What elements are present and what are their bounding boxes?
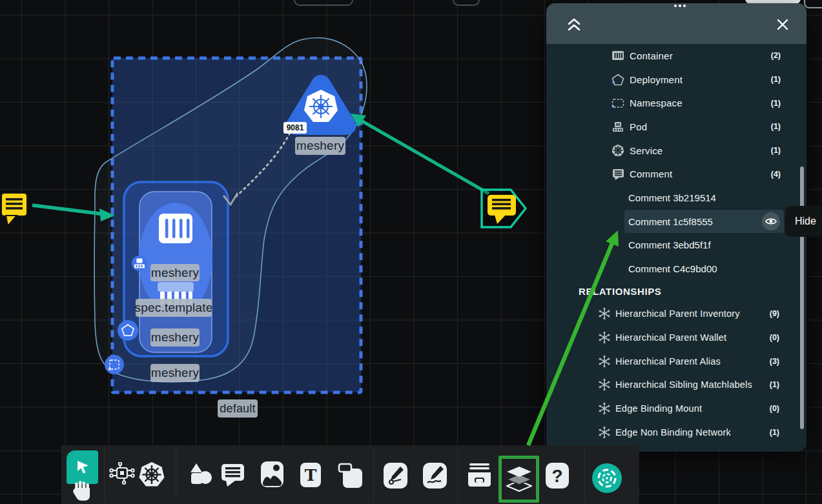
kind-label: Service [630,145,663,156]
circuit-icon [108,462,136,487]
kind-row-service[interactable]: Service (1) [546,139,807,163]
pod-label: meshery [150,328,200,347]
shapes-tool[interactable] [187,462,214,488]
comment-node-left[interactable] [1,193,27,226]
relationship-label: Hierarchical Parent Alias [615,356,721,367]
kind-count: (1) [771,75,781,84]
comment-node-right[interactable] [482,190,526,227]
drawer-tool[interactable] [467,463,492,487]
namespace-badge-icon [105,355,124,374]
relationship-row[interactable]: Hierarchical Sibling Matchlabels (1) [546,373,807,397]
image-tool[interactable] [260,461,284,488]
text-icon: T [300,462,322,488]
panel-drag-handle[interactable] [674,3,688,8]
meshery-logo-button[interactable] [592,463,622,493]
layers-tool-active[interactable] [498,456,539,503]
service-label: meshery [295,137,345,155]
comment-item[interactable]: Comment 3ebd5f1f [546,234,807,257]
relationship-icon [598,402,611,415]
comment-item-highlighted[interactable]: Comment 1c5f8555 [546,210,807,234]
relationships-header: RELATIONSHIPS [579,281,807,302]
text-tool[interactable]: T [300,462,322,488]
relationship-count: (3) [770,357,779,366]
namespace-label: default [218,399,258,418]
close-icon[interactable] [777,19,788,30]
relationship-label: Hierarchical Sibling Matchlabels [615,379,752,390]
comment-item-label: Comment 3ebd5f1f [628,239,711,250]
kind-count: (1) [771,99,781,108]
pan-tool-button[interactable] [72,480,94,501]
hide-tooltip-label: Hide [795,216,816,227]
question-icon: ? [545,462,570,489]
visibility-toggle[interactable] [762,212,780,230]
container-icon [611,50,625,61]
relationship-count: (0) [770,404,779,413]
kind-row-container[interactable]: Container (2) [546,44,807,68]
namespace-icon [611,97,625,109]
deployment-label: meshery [150,364,200,382]
eye-icon [765,217,777,225]
pencil-icon [422,462,447,489]
relationship-icon [598,355,611,368]
elements-panel-header [546,3,807,44]
meshery-design-canvas[interactable]: 9081 meshery meshery spec.template meshe… [0,0,822,504]
pod-badge-icon [132,256,147,271]
relationship-row[interactable]: Edge Non Binding Network (1) [546,420,807,444]
shapes-icon [187,462,214,488]
relationship-row[interactable]: Hierarchical Parent Alias (3) [546,349,807,373]
kind-label: Container [630,50,673,61]
relationship-icon [598,378,611,391]
image-icon [260,461,284,488]
elements-panel: Container (2) Deployment (1) Namespace (… [546,3,807,452]
comment-item-label: Comment 3b219514 [628,192,716,203]
drawer-icon [467,463,492,487]
comment-item[interactable]: Comment 3b219514 [546,186,807,210]
cursor-icon [75,459,90,475]
layers-icon [504,465,534,494]
design-node-tool[interactable] [108,462,136,487]
meshery-logo-icon [595,466,619,490]
kind-count: (1) [771,122,781,131]
relationship-label: Hierarchical Parent Inventory [615,308,740,319]
collapse-up-icon[interactable] [567,17,581,32]
kind-label: Deployment [630,74,683,85]
deployment-badge-icon [118,320,138,341]
design-toolbar: T [61,445,639,504]
note-tool[interactable] [338,462,364,489]
relationship-row[interactable]: Hierarchical Parent Inventory (9) [546,302,807,326]
kind-count: (1) [771,146,781,155]
kind-count: (4) [771,170,781,179]
relationship-count: (0) [770,333,779,342]
relationship-row[interactable]: Edge Binding Mount (0) [546,397,807,421]
kind-row-comment[interactable]: Comment (4) [546,162,807,186]
spec-template-label: spec.template [136,299,212,317]
container-node[interactable] [159,214,192,243]
svg-text:T: T [305,466,317,485]
pen-tool[interactable] [383,462,408,489]
comment-arrow-right [351,114,489,194]
relationship-row[interactable]: Hierarchical Parent Wallet (0) [546,326,807,350]
relationship-count: (1) [770,428,779,437]
deployment-icon [611,74,625,85]
help-tool[interactable]: ? [545,462,570,489]
comment-item[interactable]: Comment C4c9bd00 [546,257,807,281]
relationship-label: Edge Non Binding Network [615,427,731,438]
relationship-label: Edge Binding Mount [615,403,702,414]
comment-tool[interactable] [221,463,245,487]
kind-label: Pod [630,121,647,132]
kind-row-namespace[interactable]: Namespace (1) [546,91,807,115]
hide-tooltip: Hide [785,206,822,237]
kind-count: (2) [771,51,781,60]
pencil-tool[interactable] [422,462,447,489]
comment-tool-icon [221,463,245,487]
kubernetes-tool[interactable] [138,461,166,489]
relationship-count: (1) [770,380,779,389]
pen-icon [383,462,408,489]
relationship-label: Hierarchical Parent Wallet [615,332,726,343]
select-tool-button[interactable] [67,450,98,484]
kind-row-deployment[interactable]: Deployment (1) [546,68,807,92]
relationship-icon [598,426,611,439]
relationship-icon [598,307,611,320]
kind-row-pod[interactable]: Pod (1) [546,115,807,139]
svg-text:?: ? [551,466,562,486]
